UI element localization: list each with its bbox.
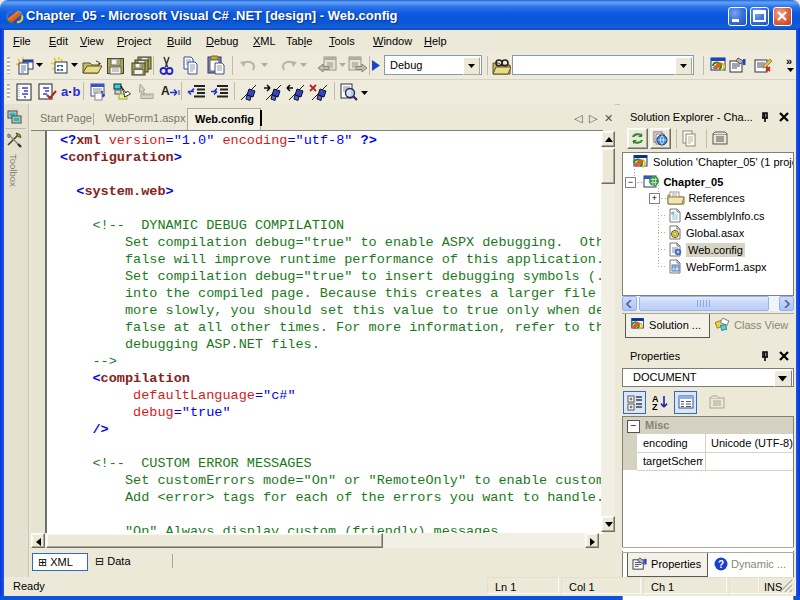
svg-text:Z: Z: [652, 402, 658, 411]
svg-text:?: ?: [718, 559, 724, 570]
